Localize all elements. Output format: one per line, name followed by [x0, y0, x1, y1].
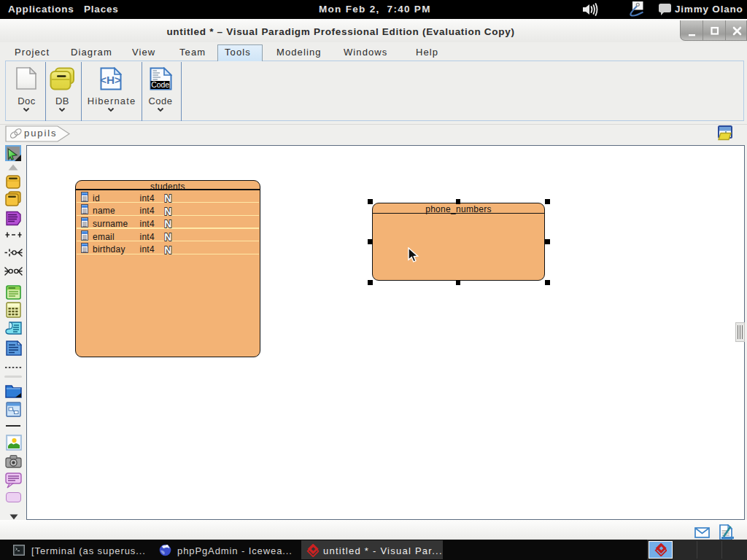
svg-text:N: N: [164, 192, 171, 204]
svg-text:N: N: [164, 205, 171, 217]
svg-text:<H>: <H>: [100, 74, 121, 86]
svg-text:N: N: [164, 217, 171, 230]
svg-text:Code: Code: [151, 80, 169, 89]
svg-text:N: N: [164, 244, 171, 256]
svg-text:N: N: [164, 230, 171, 243]
